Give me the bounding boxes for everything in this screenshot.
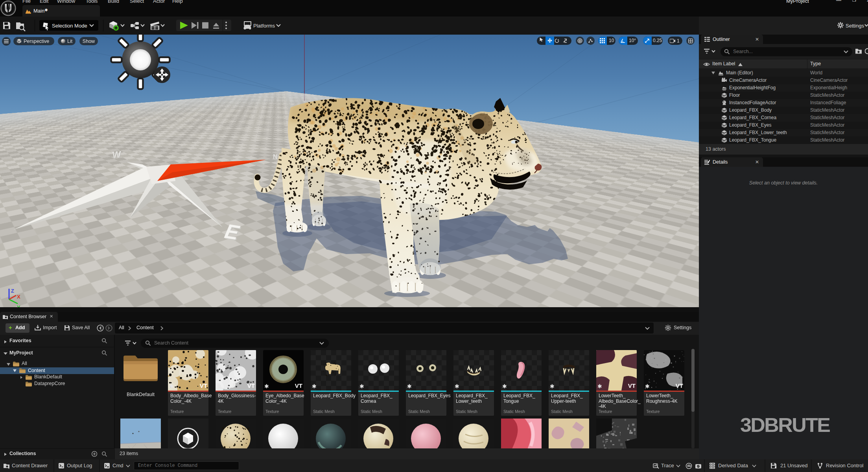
- svg-text:Selection Mode: Selection Mode: [52, 23, 87, 29]
- svg-text:Platforms: Platforms: [253, 23, 275, 29]
- svg-text:Settings: Settings: [846, 23, 864, 29]
